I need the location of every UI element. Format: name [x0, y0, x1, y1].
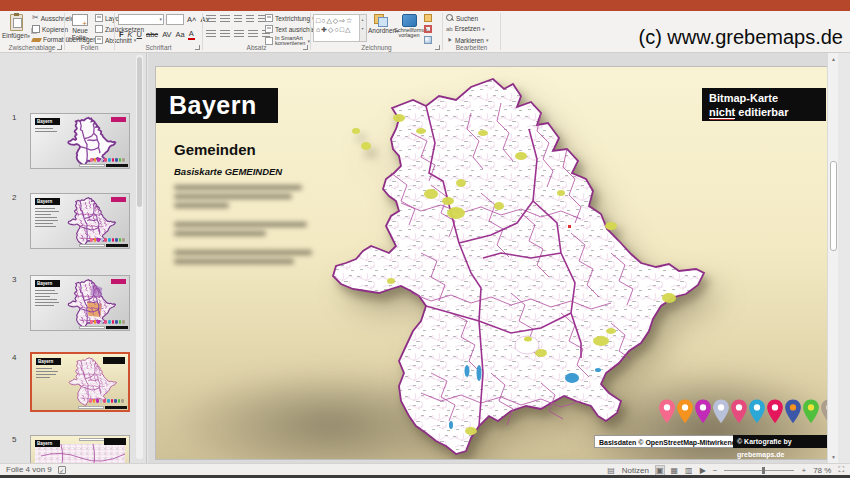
thumb-attribution-white: [79, 164, 105, 167]
canvas-vertical-scrollbar[interactable]: ▲ ▼: [827, 53, 838, 463]
change-case-button[interactable]: Aa: [175, 30, 186, 39]
slide-sorter-view-icon[interactable]: ▦: [671, 466, 679, 475]
slide-thumbnail-4-selected[interactable]: Bayern: [30, 352, 130, 412]
grow-font-button[interactable]: A˄: [186, 15, 197, 24]
clipboard-dialog-launcher[interactable]: [57, 45, 62, 50]
new-slide-button[interactable]: Neue Folie▾: [65, 13, 95, 45]
notes-toggle-label[interactable]: Notizen: [622, 466, 649, 475]
thumb-badge: [111, 279, 126, 284]
map-pin-8: [784, 397, 802, 426]
character-spacing-button[interactable]: AV: [161, 30, 172, 39]
search-icon: [446, 14, 454, 22]
slide-title-box[interactable]: Bayern: [156, 88, 278, 123]
select-cursor-icon: [446, 36, 453, 44]
paste-label: Einfügen: [2, 32, 28, 39]
thumb-attribution-white: [79, 326, 105, 329]
reading-view-icon[interactable]: ▥: [685, 466, 693, 475]
zoom-out-icon[interactable]: −: [713, 466, 718, 475]
map-pin-4: [712, 397, 730, 426]
select-button[interactable]: Markieren▾: [446, 36, 488, 44]
copy-button[interactable]: Kopieren: [32, 25, 68, 33]
ribbon-group-editing: Suchen abErsetzen▾ Markieren▾ Bearbeiten: [443, 11, 500, 52]
bavaria-gemeinden-map-image[interactable]: [331, 73, 711, 459]
normal-view-icon[interactable]: ▣: [656, 466, 664, 475]
zoom-slider[interactable]: [724, 470, 794, 471]
drawing-dialog-launcher[interactable]: [435, 45, 440, 50]
map-pin-2: [676, 397, 694, 426]
scroll-down-arrow-icon[interactable]: ▼: [828, 451, 839, 463]
text-direction-button[interactable]: Textrichtung▾: [265, 14, 315, 22]
thumb-attribution-black: [105, 406, 127, 409]
slideshow-view-icon[interactable]: ▶: [700, 466, 706, 475]
slide-thumbnail-3[interactable]: Bayern: [30, 275, 130, 331]
shape-outline-icon: [424, 25, 432, 33]
shape-outline-button[interactable]: [424, 25, 432, 33]
notes-toggle-icon[interactable]: ▤: [607, 466, 615, 475]
thumb-title: Bayern: [35, 198, 60, 205]
slide-number: 1: [12, 113, 24, 122]
scroll-up-arrow-icon[interactable]: ▲: [828, 53, 839, 65]
slide-thumbnail-panel: 1 Bayern 2: [0, 53, 147, 463]
align-left-icon[interactable]: [206, 30, 216, 38]
font-dialog-launcher[interactable]: [195, 45, 200, 50]
arrange-button[interactable]: Anordnen▾: [368, 13, 394, 45]
slide-thumbnail-1[interactable]: Bayern: [30, 113, 130, 169]
window-titlebar[interactable]: [0, 0, 850, 11]
map-pin-3: [694, 397, 712, 426]
map-pin-9: [802, 397, 820, 426]
blurred-description-text[interactable]: [174, 185, 312, 268]
shape-fill-button[interactable]: [424, 14, 432, 22]
indent-increase-icon[interactable]: [246, 15, 254, 23]
arrange-icon: [374, 14, 388, 26]
drawing-group-label: Zeichnung: [311, 44, 442, 51]
font-name-combobox[interactable]: [118, 14, 164, 25]
thumbnail-panel-scrollbar-thumb[interactable]: [137, 57, 142, 207]
slide-number: 2: [12, 193, 24, 202]
thumb-badge: [111, 117, 126, 122]
slide-thumbnail-2[interactable]: Bayern: [30, 193, 130, 249]
bitmap-note-box[interactable]: Bitmap-Karte nicht editierbar: [702, 88, 826, 121]
indent-decrease-icon[interactable]: [234, 15, 242, 23]
italic-button[interactable]: K: [127, 30, 134, 39]
ribbon-start-tab: Einfügen▾ ✂Ausschneiden Kopieren Format …: [0, 11, 850, 53]
justify-icon[interactable]: [248, 30, 258, 38]
ribbon-group-paragraph: Textrichtung▾ Text ausrichten▾ In SmartA…: [203, 11, 310, 52]
shapes-gallery[interactable]: □○△◇⇨☆ ⌂✚◇○□△ ▴▾: [313, 14, 367, 42]
slide-4-editing-area[interactable]: Bayern Gemeinden Basiskarte GEMEINDEN Bi…: [155, 66, 838, 460]
paste-button[interactable]: Einfügen▾: [1, 13, 31, 45]
thumb-title: Bayern: [35, 280, 60, 287]
bullets-icon[interactable]: [206, 15, 216, 23]
find-button[interactable]: Suchen: [446, 14, 478, 22]
slide-heading[interactable]: Gemeinden: [174, 141, 256, 158]
shape-effects-button[interactable]: [424, 36, 432, 44]
scrollbar-thumb[interactable]: [830, 161, 837, 251]
align-center-icon[interactable]: [220, 30, 230, 38]
paragraph-dialog-launcher[interactable]: [303, 45, 308, 50]
text-direction-icon: [265, 14, 273, 22]
align-right-icon[interactable]: [234, 30, 244, 38]
shapes-gallery-scrollbar[interactable]: ▴▾: [359, 15, 366, 41]
numbering-icon[interactable]: [220, 15, 230, 23]
thumb-pin-strip: [90, 320, 125, 324]
slide-subheading[interactable]: Basiskarte GEMEINDEN: [174, 166, 282, 177]
shape-glyphs-row1: □○△◇⇨☆: [316, 16, 364, 25]
thumbnail-panel-scrollbar[interactable]: [136, 55, 143, 459]
zoom-in-icon[interactable]: +: [801, 466, 806, 475]
quick-styles-button[interactable]: Schnellformat- vorlagen: [394, 13, 424, 45]
quick-styles-icon: [402, 14, 417, 27]
thumb-title: Bayern: [35, 440, 60, 447]
font-color-button[interactable]: A: [188, 29, 195, 40]
underline-button[interactable]: U: [136, 30, 143, 39]
fit-to-window-icon[interactable]: ⛶: [838, 465, 844, 475]
thumb-attribution-black: [106, 164, 128, 167]
zoom-slider-thumb[interactable]: [762, 467, 765, 474]
strikethrough-button[interactable]: abc: [145, 30, 159, 39]
zoom-level[interactable]: 78 %: [813, 466, 831, 475]
align-text-icon: [265, 25, 273, 33]
slide-thumbnail-5[interactable]: Bayern: [30, 435, 130, 463]
shape-effects-icon: [424, 36, 432, 44]
replace-button[interactable]: abErsetzen▾: [446, 25, 485, 32]
bold-button[interactable]: F: [118, 30, 125, 39]
spellcheck-icon[interactable]: ✓: [58, 466, 66, 474]
font-size-combobox[interactable]: [166, 14, 184, 25]
